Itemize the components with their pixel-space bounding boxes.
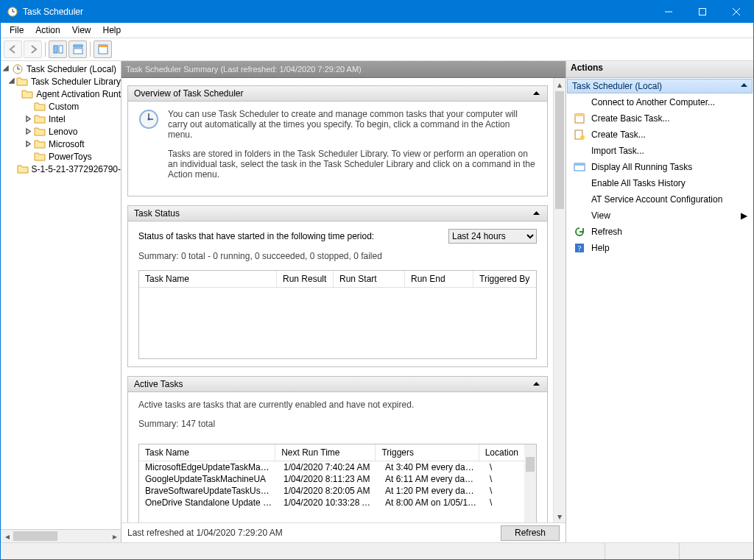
folder-icon xyxy=(21,88,33,100)
nav-forward-button[interactable] xyxy=(24,40,42,58)
status-list[interactable]: Task Name Run Result Run Start Run End T… xyxy=(138,270,537,359)
action-view[interactable]: View▶ xyxy=(566,208,753,224)
active-list[interactable]: Task Name Next Run Time Triggers Locatio… xyxy=(138,444,537,522)
task-new-icon xyxy=(574,129,585,141)
table-row[interactable]: BraveSoftwareUpdateTaskUserS-1-...1/04/2… xyxy=(139,485,524,497)
center-v-scrollbar[interactable]: ▴ ▾ xyxy=(553,78,566,522)
cell-next: 1/04/2020 8:20:05 AM xyxy=(278,486,379,496)
cell-name: BraveSoftwareUpdateTaskUserS-1-... xyxy=(139,486,278,496)
active-v-scrollbar[interactable] xyxy=(524,444,536,522)
running-icon xyxy=(574,161,585,173)
action-import-task[interactable]: Import Task... xyxy=(566,143,753,159)
tree[interactable]: Task Scheduler (Local) Task Scheduler Li… xyxy=(1,61,121,529)
scroll-left-icon[interactable]: ◂ xyxy=(1,530,13,542)
tree-item-label: S-1-5-21-3772926790- xyxy=(32,164,121,174)
actions-subheader[interactable]: Task Scheduler (Local) xyxy=(567,79,753,93)
task-status-header[interactable]: Task Status xyxy=(128,206,547,221)
cell-next: 1/04/2020 7:40:24 AM xyxy=(278,462,379,472)
actions-body: Connect to Another Computer... Create Ba… xyxy=(566,94,753,542)
tree-library[interactable]: Task Scheduler Library xyxy=(1,75,121,88)
action-label: Create Basic Task... xyxy=(591,113,670,124)
menu-view[interactable]: View xyxy=(66,24,97,37)
action-display-running[interactable]: Display All Running Tasks xyxy=(566,159,753,175)
action-connect[interactable]: Connect to Another Computer... xyxy=(566,94,753,110)
tree-item[interactable]: Lenovo xyxy=(1,125,121,138)
col-task-name[interactable]: Task Name xyxy=(139,271,277,287)
status-list-body xyxy=(139,288,536,358)
tree-item[interactable]: Intel xyxy=(1,113,121,125)
tree-h-scrollbar[interactable]: ◂ ▸ xyxy=(1,529,121,542)
menu-help[interactable]: Help xyxy=(97,24,127,37)
overview-text: You can use Task Scheduler to create and… xyxy=(168,109,537,188)
nav-back-button[interactable] xyxy=(4,40,22,58)
cell-name: OneDrive Standalone Update Task-... xyxy=(139,497,278,508)
center-footer: Last refreshed at 1/04/2020 7:29:20 AM R… xyxy=(121,522,566,542)
overview-p1: You can use Task Scheduler to create and… xyxy=(168,109,537,140)
overview-header[interactable]: Overview of Task Scheduler xyxy=(128,86,547,102)
active-tasks-header[interactable]: Active Tasks xyxy=(128,377,547,392)
menu-file[interactable]: File xyxy=(4,24,29,37)
action-create-basic-task[interactable]: Create Basic Task... xyxy=(566,110,753,127)
tree-root-label: Task Scheduler (Local) xyxy=(27,64,116,74)
collapse-icon[interactable] xyxy=(741,81,747,91)
col-run-start[interactable]: Run Start xyxy=(334,271,405,287)
period-select[interactable]: Last 24 hours xyxy=(448,229,537,244)
tree-item-label: Custom xyxy=(49,102,79,112)
col-run-result[interactable]: Run Result xyxy=(277,271,334,287)
tree-item[interactable]: PowerToys xyxy=(1,150,121,163)
scroll-thumb[interactable] xyxy=(555,91,564,209)
col-next-run[interactable]: Next Run Time xyxy=(275,444,376,461)
scroll-up-icon[interactable]: ▴ xyxy=(554,78,566,91)
expander-icon[interactable] xyxy=(23,126,34,137)
tree-root[interactable]: Task Scheduler (Local) xyxy=(1,63,121,75)
action-help[interactable]: ?Help xyxy=(566,240,753,256)
collapse-icon[interactable] xyxy=(531,379,541,389)
folder-icon xyxy=(34,151,46,163)
expander-icon[interactable] xyxy=(23,138,34,149)
tree-item[interactable]: Custom xyxy=(1,100,121,113)
tree-item[interactable]: Microsoft xyxy=(1,138,121,150)
active-list-header: Task Name Next Run Time Triggers Locatio… xyxy=(139,444,524,461)
action-refresh[interactable]: Refresh xyxy=(566,224,753,240)
expander-icon[interactable] xyxy=(8,76,15,87)
center-wrap: Task Scheduler Summary (Last refreshed: … xyxy=(121,61,753,542)
refresh-button[interactable]: Refresh xyxy=(501,525,560,541)
col-run-end[interactable]: Run End xyxy=(405,271,473,287)
svg-rect-22 xyxy=(575,114,584,116)
table-row[interactable]: OneDrive Standalone Update Task-...1/04/… xyxy=(139,497,524,508)
col-task-name[interactable]: Task Name xyxy=(139,444,275,461)
action-at-service[interactable]: AT Service Account Configuration xyxy=(566,191,753,208)
tree-item[interactable]: Agent Activation Runt xyxy=(1,88,121,100)
scroll-thumb[interactable] xyxy=(13,531,57,541)
overview-p2: Tasks are stored in folders in the Task … xyxy=(168,149,537,180)
svg-rect-10 xyxy=(74,45,82,47)
table-row[interactable]: GoogleUpdateTaskMachineUA1/04/2020 8:11:… xyxy=(139,473,524,485)
collapse-icon[interactable] xyxy=(531,88,541,99)
titlebar: Task Scheduler xyxy=(1,1,753,23)
toolbar xyxy=(1,38,753,61)
toolbar-btn-2[interactable] xyxy=(68,40,87,58)
close-button[interactable] xyxy=(719,1,753,23)
table-row[interactable]: MicrosoftEdgeUpdateTaskMachine...1/04/20… xyxy=(139,461,524,473)
toolbar-btn-3[interactable] xyxy=(94,40,112,58)
expander-icon[interactable] xyxy=(23,113,34,124)
tree-item[interactable]: S-1-5-21-3772926790- xyxy=(1,163,121,175)
toolbar-btn-1[interactable] xyxy=(49,40,67,58)
collapse-icon[interactable] xyxy=(531,208,541,219)
scroll-right-icon[interactable]: ▸ xyxy=(108,530,121,542)
action-create-task[interactable]: Create Task... xyxy=(566,127,753,143)
tree-item-label: Microsoft xyxy=(49,139,85,149)
center-scroll: Overview of Task Scheduler You can use T… xyxy=(121,78,554,522)
window-title: Task Scheduler xyxy=(23,7,83,17)
scroll-thumb[interactable] xyxy=(526,457,535,472)
col-triggers[interactable]: Triggers xyxy=(376,444,479,461)
scroll-down-icon[interactable]: ▾ xyxy=(554,510,566,522)
minimize-button[interactable] xyxy=(652,1,686,23)
menu-action[interactable]: Action xyxy=(29,24,66,37)
maximize-button[interactable] xyxy=(686,1,719,23)
col-location[interactable]: Location xyxy=(479,444,524,461)
action-enable-history[interactable]: Enable All Tasks History xyxy=(566,175,753,191)
col-triggered-by[interactable]: Triggered By xyxy=(473,271,536,287)
expander-icon[interactable] xyxy=(1,63,12,74)
task-icon xyxy=(574,113,585,124)
